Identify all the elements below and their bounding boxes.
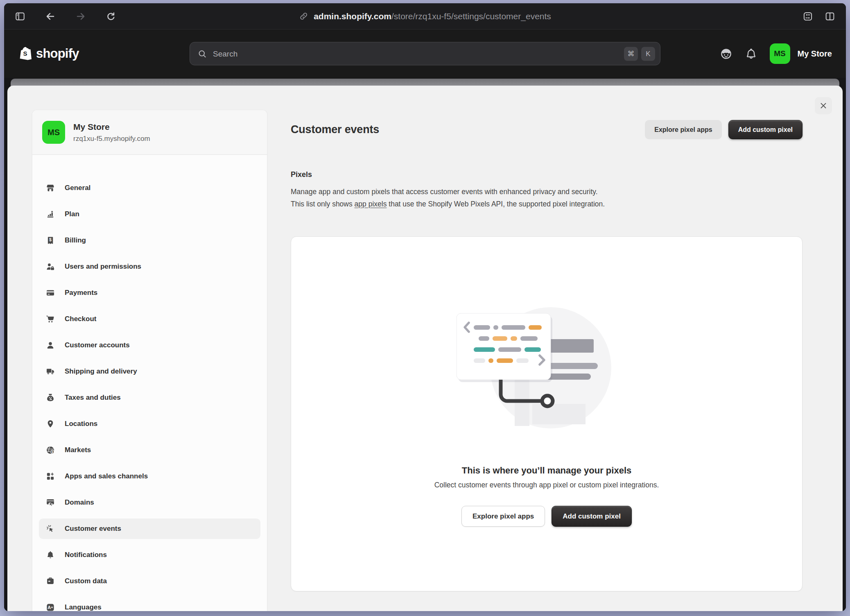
storefront-icon — [46, 183, 55, 192]
sidebar-item-label: Markets — [65, 446, 91, 454]
forward-icon[interactable] — [75, 10, 87, 23]
sidebar-item-domains[interactable]: Domains — [39, 492, 260, 513]
url-path: /store/rzq1xu-f5/settings/customer_event… — [391, 11, 551, 21]
k-key: K — [641, 47, 655, 61]
global-search[interactable]: ⌘ K — [190, 42, 660, 66]
users-permissions-icon — [46, 262, 55, 271]
apps-icon — [46, 472, 55, 481]
shopify-wordmark: shopify — [36, 46, 79, 61]
split-view-icon[interactable] — [824, 10, 836, 23]
sidebar-item-payments[interactable]: Payments — [39, 283, 260, 303]
page-title: Customer events — [291, 123, 379, 136]
address-bar[interactable]: admin.shopify.com/store/rzq1xu-f5/settin… — [299, 11, 551, 21]
domains-icon — [46, 498, 55, 507]
sidebar-item-customer-events[interactable]: Customer events — [39, 519, 260, 539]
assistant-face-icon[interactable] — [720, 48, 732, 60]
sidebar-item-languages[interactable]: ALanguages — [39, 597, 260, 611]
sidebar-item-label: Customer events — [65, 525, 121, 533]
add-custom-pixel-button[interactable]: Add custom pixel — [728, 120, 803, 139]
sidebar-item-label: Custom data — [65, 577, 107, 585]
plan-icon — [46, 210, 55, 219]
search-input[interactable] — [213, 49, 618, 58]
modal-backdrop: MS My Store rzq1xu-f5.myshopify.com Gene… — [4, 78, 846, 611]
shopify-bag-icon: S — [18, 45, 33, 62]
empty-state-heading: This is where you’ll manage your pixels — [462, 465, 631, 476]
custom-data-icon — [46, 577, 55, 586]
browser-settings-icon[interactable] — [802, 10, 814, 23]
store-avatar-badge: MS — [42, 121, 65, 144]
svg-text:$: $ — [52, 451, 53, 454]
settings-nav: GeneralPlan$BillingUsers and permissions… — [32, 155, 267, 611]
customer-events-icon — [46, 524, 55, 533]
sidebar-item-shipping-and-delivery[interactable]: Shipping and delivery — [39, 361, 260, 382]
search-shortcut: ⌘ K — [624, 47, 655, 61]
sidebar-item-apps-and-sales-channels[interactable]: Apps and sales channels — [39, 466, 260, 487]
sidebar-item-users-and-permissions[interactable]: Users and permissions — [39, 256, 260, 277]
back-icon[interactable] — [44, 10, 57, 23]
sidebar-item-custom-data[interactable]: Custom data — [39, 571, 260, 591]
store-avatar[interactable]: MS — [770, 43, 790, 64]
billing-icon: $ — [46, 236, 55, 245]
languages-icon: A — [46, 603, 55, 611]
sidebar-item-plan[interactable]: Plan — [39, 204, 260, 224]
sidebar-item-label: Checkout — [65, 315, 96, 323]
taxes-icon — [46, 393, 55, 402]
sidebar-item-label: Domains — [65, 498, 94, 507]
browser-chrome: admin.shopify.com/store/rzq1xu-f5/settin… — [4, 3, 846, 29]
svg-text:S: S — [23, 50, 27, 57]
checkout-icon — [46, 315, 55, 324]
settings-sidebar: MS My Store rzq1xu-f5.myshopify.com Gene… — [32, 110, 267, 611]
add-custom-pixel-button-empty[interactable]: Add custom pixel — [552, 506, 632, 527]
search-icon — [197, 49, 207, 59]
sidebar-item-billing[interactable]: $Billing — [39, 230, 260, 251]
sidebar-item-label: Plan — [65, 210, 79, 218]
link-icon — [299, 11, 308, 21]
desc-after-link: that use the Shopify Web Pixels API, the… — [387, 200, 605, 208]
sidebar-item-customer-accounts[interactable]: Customer accounts — [39, 335, 260, 356]
svg-text:A: A — [47, 605, 51, 610]
sidebar-item-notifications[interactable]: Notifications — [39, 545, 260, 565]
shopify-logo: S shopify — [18, 45, 79, 62]
store-header: MS My Store rzq1xu-f5.myshopify.com — [32, 110, 267, 155]
sidebar-item-checkout[interactable]: Checkout — [39, 309, 260, 329]
shopify-topbar: S shopify ⌘ K MS My Store — [4, 29, 846, 78]
customer-accounts-icon — [46, 341, 55, 350]
empty-state-subtext: Collect customer events through app pixe… — [434, 481, 659, 489]
sidebar-item-label: Locations — [65, 420, 97, 428]
sidebar-item-label: Users and permissions — [65, 263, 141, 271]
pixels-illustration — [452, 303, 641, 430]
app-pixels-link[interactable]: app pixels — [355, 200, 387, 208]
shipping-icon — [46, 367, 55, 376]
settings-main: Customer events Explore pixel apps Add c… — [267, 86, 843, 611]
sidebar-item-label: Notifications — [65, 551, 107, 559]
desc-before-link: This list only shows — [291, 200, 355, 208]
sidebar-toggle-icon[interactable] — [14, 10, 26, 23]
sidebar-item-general[interactable]: General — [39, 178, 260, 198]
explore-pixel-apps-button[interactable]: Explore pixel apps — [645, 120, 721, 139]
locations-icon — [46, 419, 55, 428]
pixels-description: Manage app and custom pixels that access… — [291, 186, 803, 210]
sidebar-item-label: Taxes and duties — [65, 394, 121, 402]
sidebar-item-label: General — [65, 184, 90, 192]
sidebar-item-locations[interactable]: Locations — [39, 414, 260, 434]
pixels-section-heading: Pixels — [291, 170, 803, 179]
sidebar-item-label: Payments — [65, 289, 97, 297]
sidebar-item-taxes-and-duties[interactable]: Taxes and duties — [39, 387, 260, 408]
cmd-key: ⌘ — [624, 47, 638, 61]
sidebar-item-label: Shipping and delivery — [65, 367, 137, 376]
store-name: My Store — [73, 122, 150, 132]
reload-icon[interactable] — [105, 10, 117, 23]
pixels-empty-card: This is where you’ll manage your pixels … — [291, 236, 803, 591]
sidebar-item-label: Apps and sales channels — [65, 472, 148, 480]
pixels-description-line2: This list only shows app pixels that use… — [291, 198, 803, 210]
notifications-bell-icon[interactable] — [745, 48, 757, 60]
sidebar-item-label: Billing — [65, 236, 86, 245]
sidebar-item-label: Languages — [65, 603, 102, 611]
svg-text:$: $ — [49, 238, 52, 242]
settings-modal: MS My Store rzq1xu-f5.myshopify.com Gene… — [7, 86, 843, 611]
sidebar-item-label: Customer accounts — [65, 341, 130, 349]
store-domain: rzq1xu-f5.myshopify.com — [73, 135, 150, 143]
sidebar-item-markets[interactable]: $Markets — [39, 440, 260, 460]
topbar-store-name[interactable]: My Store — [798, 49, 832, 59]
explore-pixel-apps-button-empty[interactable]: Explore pixel apps — [461, 506, 545, 527]
